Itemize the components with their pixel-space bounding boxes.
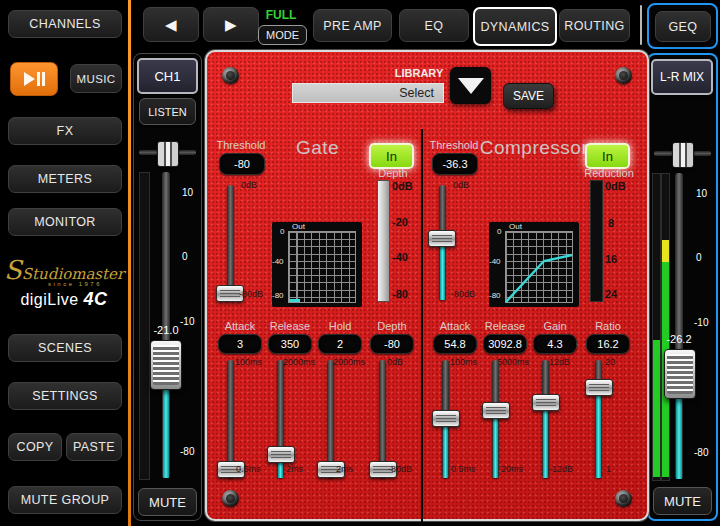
paste-button[interactable]: PASTE: [66, 433, 122, 461]
fader-scale-m80: -80: [694, 447, 708, 458]
left-arrow-icon: ◀: [165, 17, 177, 32]
screw-icon: [615, 67, 632, 84]
channel-name-button[interactable]: CH1: [137, 58, 198, 94]
comp-reduction-meter: [590, 180, 603, 302]
listen-button[interactable]: LISTEN: [139, 98, 196, 125]
copy-button[interactable]: COPY: [8, 433, 62, 461]
right-arrow-icon: ▶: [225, 17, 237, 32]
gate-threshold-scale-top: 0dB: [241, 180, 257, 190]
mute-button[interactable]: MUTE: [138, 488, 197, 516]
music-button[interactable]: MUSIC: [70, 64, 122, 93]
fader-scale-10: 10: [182, 187, 193, 198]
geq-button[interactable]: GEQ: [655, 11, 711, 42]
comp-graph-axis: Out: [509, 222, 522, 231]
library-label: LIBRARY: [389, 67, 449, 79]
compressor-title: Compressor: [469, 137, 599, 159]
comp-threshold-handle[interactable]: [428, 230, 456, 247]
gate-threshold-scale-bottom: -80dB: [239, 289, 263, 299]
channel-strip: CH1 LISTEN -21.0 10 0 -10 -80 MUTE: [133, 53, 202, 521]
meter-yellow-fill: [662, 240, 669, 262]
comp-threshold-scale-bottom: -80dB: [451, 289, 475, 299]
dynamics-panel: LIBRARY Select SAVE Threshold -80 Gate I…: [205, 50, 649, 521]
play-pause-button[interactable]: [10, 62, 58, 96]
meter-green-fill: [653, 340, 660, 477]
chevron-down-icon: [458, 78, 484, 94]
comp-fader-ratio: Ratio 16.2 20 1: [583, 320, 633, 478]
screw-icon: [615, 490, 632, 507]
next-channel-button[interactable]: ▶: [203, 7, 259, 42]
mode-indicator: FULL: [256, 8, 306, 22]
gate-curve: [289, 299, 300, 302]
channel-fader-fill: [163, 388, 169, 478]
gate-graph-grid: [288, 231, 356, 303]
library-select[interactable]: Select: [292, 83, 444, 103]
tab-routing[interactable]: ROUTING: [559, 9, 630, 42]
gate-in-button[interactable]: In: [369, 143, 414, 169]
settings-button[interactable]: SETTINGS: [8, 382, 122, 410]
sidebar: CHANNELS MUSIC FX METERS MONITOR SStudio…: [0, 0, 128, 526]
brand-tagline: since 1976: [30, 281, 120, 287]
fx-button[interactable]: FX: [8, 117, 122, 145]
play-pause-icon: [24, 72, 35, 86]
master-name-button[interactable]: L-R MIX: [651, 59, 713, 95]
channels-button[interactable]: CHANNELS: [8, 10, 122, 38]
library-dropdown-button[interactable]: [450, 67, 491, 104]
gate-graph-axis: Out: [292, 222, 305, 231]
comp-curve: [505, 231, 573, 303]
master-meter-left: [652, 173, 661, 481]
master-mute-button[interactable]: MUTE: [653, 487, 712, 515]
gate-fader-attack: Attack 3 100ms 0.5ms: [215, 320, 265, 478]
fader-scale-10: 10: [696, 188, 707, 199]
sidebar-divider: [128, 0, 131, 526]
master-fader-value: -26.2: [657, 333, 701, 345]
tab-pre-amp[interactable]: PRE AMP: [313, 9, 392, 42]
comp-meter-label: Reduction: [581, 167, 637, 179]
console-screen: CHANNELS MUSIC FX METERS MONITOR SStudio…: [0, 0, 720, 526]
topbar-end-line: [640, 5, 642, 45]
channel-fader-handle[interactable]: [150, 340, 182, 390]
comp-fader-gain: Gain 4.3 12dB -12dB: [530, 320, 580, 478]
mute-group-button[interactable]: MUTE GROUP: [8, 486, 122, 514]
geq-panel: GEQ: [647, 3, 718, 49]
gate-threshold-value[interactable]: -80: [219, 153, 265, 175]
master-strip: L-R MIX -26.2 10 0 -10 -80 MUTE: [647, 53, 718, 521]
save-button[interactable]: SAVE: [503, 83, 554, 109]
gate-fader-release: Release 350 2000ms 2ms: [265, 320, 315, 478]
master-fader-fill: [676, 397, 682, 479]
gate-fader-depth: Depth -80 0dB -80dB: [367, 320, 417, 478]
tab-eq[interactable]: EQ: [399, 9, 469, 42]
gate-graph: 0 Out -40 -80: [272, 222, 362, 307]
master-meter-right: [661, 173, 670, 481]
digilive-4c-logo: digiLive 4C: [4, 289, 124, 310]
master-fader-handle[interactable]: [664, 349, 696, 399]
pan-slider-handle[interactable]: [157, 141, 179, 167]
prev-channel-button[interactable]: ◀: [143, 7, 199, 42]
gate-fader-hold: Hold 2 2000ms 2ms: [315, 320, 365, 478]
monitor-button[interactable]: MONITOR: [8, 208, 122, 236]
master-pan-handle[interactable]: [672, 142, 694, 168]
mode-button[interactable]: MODE: [258, 25, 307, 45]
comp-in-button[interactable]: In: [585, 143, 630, 169]
comp-threshold-scale-top: 0dB: [453, 180, 469, 190]
fader-scale-0: 0: [182, 251, 188, 262]
fader-scale-m80: -80: [180, 446, 194, 457]
screw-icon: [222, 67, 239, 84]
gate-title: Gate: [275, 137, 360, 159]
fader-scale-0: 0: [696, 252, 702, 263]
screw-icon: [222, 490, 239, 507]
comp-fader-attack: Attack 54.8 100ms 0.5ms: [430, 320, 480, 478]
fader-scale-m10: -10: [694, 317, 708, 328]
comp-fader-release: Release 3092.8 5000ms 20ms: [480, 320, 530, 478]
gate-depth-meter: [377, 180, 390, 302]
meters-button[interactable]: METERS: [8, 165, 122, 193]
comp-threshold-fill: [440, 245, 445, 300]
tab-dynamics[interactable]: DYNAMICS: [473, 7, 557, 46]
gate-meter-label: Depth: [370, 167, 416, 179]
gate-threshold-track[interactable]: [227, 185, 234, 300]
gate-threshold-label: Threshold: [213, 139, 269, 151]
section-divider: [421, 129, 423, 526]
fader-scale-m10: -10: [180, 316, 194, 327]
scenes-button[interactable]: SCENES: [8, 334, 122, 362]
compressor-graph: 0 Out -40 -80: [489, 222, 579, 307]
